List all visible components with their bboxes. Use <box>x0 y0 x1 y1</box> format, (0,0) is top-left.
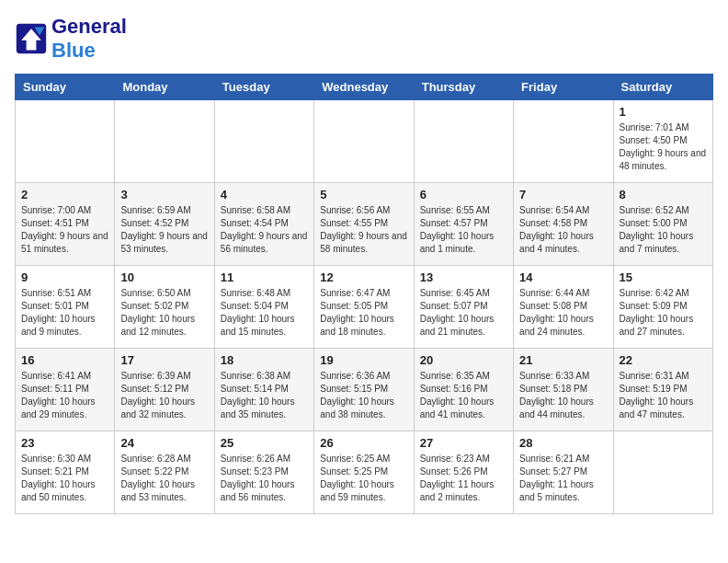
day-number: 22 <box>620 353 707 367</box>
day-number: 23 <box>21 436 108 450</box>
calendar-cell: 2Sunrise: 7:00 AM Sunset: 4:51 PM Daylig… <box>16 183 115 266</box>
day-number: 10 <box>120 270 208 284</box>
calendar-cell: 1Sunrise: 7:01 AM Sunset: 4:50 PM Daylig… <box>613 100 712 183</box>
day-info: Sunrise: 6:58 AM Sunset: 4:54 PM Dayligh… <box>221 204 308 256</box>
day-info: Sunrise: 6:21 AM Sunset: 5:27 PM Dayligh… <box>519 453 607 504</box>
calendar-cell: 4Sunrise: 6:58 AM Sunset: 4:54 PM Daylig… <box>214 183 313 266</box>
calendar-cell: 12Sunrise: 6:47 AM Sunset: 5:05 PM Dayli… <box>314 266 414 349</box>
column-header-saturday: Saturday <box>613 75 712 100</box>
day-info: Sunrise: 6:56 AM Sunset: 4:55 PM Dayligh… <box>320 204 407 256</box>
calendar-cell <box>613 431 712 514</box>
calendar-cell <box>314 100 414 183</box>
calendar-cell: 22Sunrise: 6:31 AM Sunset: 5:19 PM Dayli… <box>613 349 712 431</box>
column-header-wednesday: Wednesday <box>314 75 414 100</box>
calendar-cell: 16Sunrise: 6:41 AM Sunset: 5:11 PM Dayli… <box>16 349 115 431</box>
calendar-week-row: 16Sunrise: 6:41 AM Sunset: 5:11 PM Dayli… <box>16 349 713 431</box>
day-info: Sunrise: 6:36 AM Sunset: 5:15 PM Dayligh… <box>320 370 407 421</box>
day-info: Sunrise: 6:25 AM Sunset: 5:25 PM Dayligh… <box>320 453 407 504</box>
calendar-cell <box>514 100 613 183</box>
calendar-cell <box>16 100 115 183</box>
logo-text: General Blue <box>51 15 127 63</box>
day-number: 27 <box>420 436 507 450</box>
column-header-monday: Monday <box>115 75 214 100</box>
day-number: 9 <box>21 270 108 284</box>
day-number: 16 <box>21 353 108 367</box>
day-number: 19 <box>320 353 407 367</box>
day-number: 15 <box>620 270 707 284</box>
calendar-cell: 26Sunrise: 6:25 AM Sunset: 5:25 PM Dayli… <box>314 431 414 514</box>
day-info: Sunrise: 6:30 AM Sunset: 5:21 PM Dayligh… <box>21 453 108 504</box>
day-info: Sunrise: 6:47 AM Sunset: 5:05 PM Dayligh… <box>320 287 407 339</box>
calendar-cell: 5Sunrise: 6:56 AM Sunset: 4:55 PM Daylig… <box>314 183 414 266</box>
calendar-cell: 21Sunrise: 6:33 AM Sunset: 5:18 PM Dayli… <box>514 349 613 431</box>
day-info: Sunrise: 6:52 AM Sunset: 5:00 PM Dayligh… <box>620 204 707 256</box>
day-info: Sunrise: 6:26 AM Sunset: 5:23 PM Dayligh… <box>221 453 308 504</box>
column-header-thursday: Thursday <box>414 75 513 100</box>
day-info: Sunrise: 6:35 AM Sunset: 5:16 PM Dayligh… <box>420 370 507 421</box>
calendar-cell: 28Sunrise: 6:21 AM Sunset: 5:27 PM Dayli… <box>514 431 613 514</box>
calendar-table: SundayMondayTuesdayWednesdayThursdayFrid… <box>15 74 713 514</box>
calendar-cell <box>115 100 214 183</box>
calendar-cell <box>214 100 313 183</box>
day-info: Sunrise: 6:23 AM Sunset: 5:26 PM Dayligh… <box>420 453 507 504</box>
day-info: Sunrise: 6:51 AM Sunset: 5:01 PM Dayligh… <box>21 287 108 339</box>
page-header: General Blue <box>15 15 713 63</box>
day-number: 7 <box>519 188 607 201</box>
day-info: Sunrise: 6:59 AM Sunset: 4:52 PM Dayligh… <box>120 204 208 256</box>
day-info: Sunrise: 6:28 AM Sunset: 5:22 PM Dayligh… <box>120 453 208 504</box>
day-number: 24 <box>120 436 208 450</box>
day-info: Sunrise: 6:31 AM Sunset: 5:19 PM Dayligh… <box>620 370 707 421</box>
day-number: 5 <box>320 188 407 201</box>
day-number: 28 <box>519 436 607 450</box>
calendar-cell: 18Sunrise: 6:38 AM Sunset: 5:14 PM Dayli… <box>214 349 313 431</box>
day-number: 14 <box>519 270 607 284</box>
day-info: Sunrise: 6:48 AM Sunset: 5:04 PM Dayligh… <box>221 287 308 339</box>
calendar-cell: 24Sunrise: 6:28 AM Sunset: 5:22 PM Dayli… <box>115 431 214 514</box>
calendar-header-row: SundayMondayTuesdayWednesdayThursdayFrid… <box>16 75 713 100</box>
calendar-cell: 20Sunrise: 6:35 AM Sunset: 5:16 PM Dayli… <box>414 349 513 431</box>
calendar-cell: 3Sunrise: 6:59 AM Sunset: 4:52 PM Daylig… <box>115 183 214 266</box>
day-number: 18 <box>221 353 308 367</box>
day-info: Sunrise: 6:45 AM Sunset: 5:07 PM Dayligh… <box>420 287 507 339</box>
calendar-cell: 10Sunrise: 6:50 AM Sunset: 5:02 PM Dayli… <box>115 266 214 349</box>
day-number: 26 <box>320 436 407 450</box>
column-header-tuesday: Tuesday <box>214 75 313 100</box>
day-number: 13 <box>420 270 507 284</box>
day-number: 8 <box>620 188 707 201</box>
calendar-cell: 17Sunrise: 6:39 AM Sunset: 5:12 PM Dayli… <box>115 349 214 431</box>
calendar-cell: 23Sunrise: 6:30 AM Sunset: 5:21 PM Dayli… <box>16 431 115 514</box>
calendar-cell: 8Sunrise: 6:52 AM Sunset: 5:00 PM Daylig… <box>613 183 712 266</box>
day-info: Sunrise: 6:55 AM Sunset: 4:57 PM Dayligh… <box>420 204 507 256</box>
day-number: 20 <box>420 353 507 367</box>
calendar-cell: 6Sunrise: 6:55 AM Sunset: 4:57 PM Daylig… <box>414 183 513 266</box>
calendar-cell: 15Sunrise: 6:42 AM Sunset: 5:09 PM Dayli… <box>613 266 712 349</box>
logo-icon <box>15 22 48 55</box>
column-header-sunday: Sunday <box>16 75 115 100</box>
day-info: Sunrise: 6:54 AM Sunset: 4:58 PM Dayligh… <box>519 204 607 256</box>
day-info: Sunrise: 6:50 AM Sunset: 5:02 PM Dayligh… <box>120 287 208 339</box>
day-info: Sunrise: 6:41 AM Sunset: 5:11 PM Dayligh… <box>21 370 108 421</box>
calendar-week-row: 1Sunrise: 7:01 AM Sunset: 4:50 PM Daylig… <box>16 100 713 183</box>
calendar-cell: 13Sunrise: 6:45 AM Sunset: 5:07 PM Dayli… <box>414 266 513 349</box>
column-header-friday: Friday <box>514 75 613 100</box>
day-info: Sunrise: 6:38 AM Sunset: 5:14 PM Dayligh… <box>221 370 308 421</box>
day-info: Sunrise: 7:01 AM Sunset: 4:50 PM Dayligh… <box>620 121 707 173</box>
day-info: Sunrise: 6:33 AM Sunset: 5:18 PM Dayligh… <box>519 370 607 421</box>
calendar-week-row: 9Sunrise: 6:51 AM Sunset: 5:01 PM Daylig… <box>16 266 713 349</box>
logo: General Blue <box>15 15 127 63</box>
calendar-cell: 27Sunrise: 6:23 AM Sunset: 5:26 PM Dayli… <box>414 431 513 514</box>
calendar-cell: 14Sunrise: 6:44 AM Sunset: 5:08 PM Dayli… <box>514 266 613 349</box>
day-number: 12 <box>320 270 407 284</box>
calendar-week-row: 23Sunrise: 6:30 AM Sunset: 5:21 PM Dayli… <box>16 431 713 514</box>
calendar-week-row: 2Sunrise: 7:00 AM Sunset: 4:51 PM Daylig… <box>16 183 713 266</box>
calendar-cell <box>414 100 513 183</box>
day-number: 6 <box>420 188 507 201</box>
day-number: 3 <box>120 188 208 201</box>
calendar-cell: 7Sunrise: 6:54 AM Sunset: 4:58 PM Daylig… <box>514 183 613 266</box>
day-number: 11 <box>221 270 308 284</box>
day-number: 17 <box>120 353 208 367</box>
day-number: 25 <box>221 436 308 450</box>
day-info: Sunrise: 6:39 AM Sunset: 5:12 PM Dayligh… <box>120 370 208 421</box>
day-info: Sunrise: 7:00 AM Sunset: 4:51 PM Dayligh… <box>21 204 108 256</box>
day-number: 2 <box>21 188 108 201</box>
